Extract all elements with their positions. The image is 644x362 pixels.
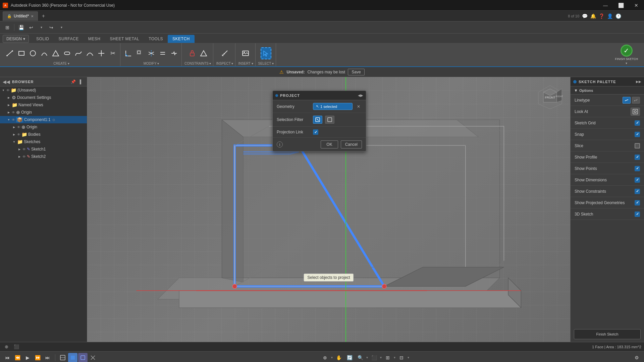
tree-item-named-views[interactable]: ▶ 📁 Named Views — [0, 101, 87, 109]
fit-button[interactable]: ⬛ — [369, 353, 379, 362]
tree-item-sketches[interactable]: ▼ 📁 Sketches — [0, 138, 87, 145]
visibility-icon[interactable]: 👁 — [17, 133, 20, 136]
rectangle-tool-button[interactable] — [16, 47, 27, 59]
filter-faces-button[interactable] — [313, 116, 322, 124]
equal-tool-button[interactable] — [157, 47, 168, 59]
3d-sketch-checkbox[interactable] — [635, 212, 640, 217]
play-beginning-button[interactable]: ⏮ — [3, 353, 12, 362]
clear-selection-button[interactable]: ✕ — [355, 103, 362, 110]
snap-checkbox[interactable] — [635, 132, 640, 137]
user-icon[interactable]: 👤 — [607, 13, 613, 19]
tab-tools[interactable]: TOOLS — [144, 35, 168, 43]
tree-item-doc-settings[interactable]: ▶ ⚙ Document Settings — [0, 94, 87, 101]
orbit-button[interactable]: 🔄 — [345, 353, 354, 362]
tree-item-bodies[interactable]: ▶ 👁 📁 Bodies — [0, 131, 87, 138]
save-button[interactable]: 💾 — [16, 23, 26, 32]
finish-sketch-palette-button[interactable]: Finish Sketch — [574, 329, 641, 339]
maximize-button[interactable]: ⬜ — [613, 0, 629, 11]
select-button[interactable] — [261, 47, 271, 59]
mirror-tool-button[interactable] — [146, 47, 157, 59]
cancel-button[interactable]: Cancel — [341, 140, 362, 148]
view-options-button[interactable]: ⊟ — [397, 353, 406, 362]
ok-button[interactable]: OK — [321, 140, 338, 148]
visibility-icon[interactable]: 👁 — [12, 111, 15, 114]
clock-icon[interactable]: 🕐 — [615, 13, 621, 19]
triangle-constraint-button[interactable] — [198, 47, 209, 59]
finish-sketch-ribbon-button[interactable]: ✓ FINISH SKETCH ▾ — [611, 43, 641, 66]
polygon-tool-button[interactable] — [50, 47, 61, 59]
lock-constraint-button[interactable] — [187, 47, 198, 59]
tree-item-sketch2[interactable]: ▶ 👁 ✎ Sketch2 — [0, 153, 87, 160]
tree-item-origin-root[interactable]: ▶ 👁 ⊕ Origin — [0, 109, 87, 116]
viewport[interactable]: Select objects to project PROJECT ◀▶ Geo… — [87, 77, 570, 342]
tree-item-unsaved[interactable]: ▼ 👁 📁 (Unsaved) — [0, 86, 87, 94]
visibility-icon[interactable]: 👁 — [6, 88, 10, 92]
browser-pin-button[interactable]: 📌 — [70, 79, 76, 85]
design-dropdown-button[interactable]: DESIGN ▾ — [3, 35, 29, 43]
save-button[interactable]: Save — [348, 69, 364, 75]
grid-display-button[interactable]: ⊞ — [383, 353, 392, 362]
redo-button[interactable]: ↪ — [47, 23, 56, 32]
projection-link-checkbox[interactable] — [313, 129, 318, 135]
step-forward-button[interactable]: ⏩ — [33, 353, 42, 362]
undo-button[interactable]: ↩ — [26, 23, 36, 32]
help-icon[interactable]: ❓ — [599, 13, 604, 19]
chat-icon[interactable]: 💬 — [582, 13, 588, 19]
browser-collapse-button[interactable]: ▌ — [78, 79, 84, 85]
trim-tool-button[interactable]: ✂ — [107, 47, 118, 59]
conic-tool-button[interactable] — [85, 47, 95, 59]
visibility-icon[interactable]: 👁 — [22, 147, 26, 151]
tab-solid[interactable]: SOLID — [32, 35, 54, 43]
wireframe-display-button[interactable] — [78, 353, 88, 362]
pan-button[interactable]: ✋ — [334, 353, 343, 362]
show-profile-checkbox[interactable] — [635, 155, 640, 160]
cursor-mode-button[interactable]: ⊕ — [3, 343, 10, 351]
offset-tool-button[interactable] — [135, 47, 145, 59]
visibility-icon[interactable]: 👁 — [17, 125, 20, 129]
circle-tool-button[interactable] — [28, 47, 38, 59]
look-at-button[interactable] — [631, 108, 640, 116]
show-constraints-checkbox[interactable] — [635, 189, 640, 194]
palette-collapse-button[interactable]: ▶▶ — [636, 80, 641, 83]
tree-item-origin-child[interactable]: ▶ 👁 ⊕ Origin — [0, 123, 87, 131]
step-back-button[interactable]: ⏪ — [13, 353, 22, 362]
tab-sheet-metal[interactable]: SHEET METAL — [105, 35, 144, 43]
play-end-button[interactable]: ⏭ — [43, 353, 52, 362]
slice-checkbox[interactable] — [635, 143, 640, 148]
measure-button[interactable] — [219, 47, 230, 59]
navigation-cube[interactable]: FRONT RIGHT — [537, 84, 564, 111]
close-button[interactable]: ✕ — [629, 0, 644, 11]
tree-item-sketch1[interactable]: ▶ 👁 ✎ Sketch1 — [0, 145, 87, 153]
tree-item-component[interactable]: ▼ 👁 📦 Component1:1 ⊙ — [0, 116, 87, 123]
sketch-display-button[interactable] — [58, 353, 67, 362]
image-insert-button[interactable] — [240, 47, 251, 59]
visibility-icon[interactable]: 👁 — [12, 118, 15, 122]
tab-mesh[interactable]: MESH — [84, 35, 105, 43]
linetype-construction-button[interactable] — [632, 97, 640, 104]
info-button[interactable]: ℹ — [277, 141, 283, 147]
new-tab-button[interactable]: + — [39, 12, 47, 20]
undo-arrow-button[interactable]: ▾ — [37, 23, 46, 32]
sketch-grid-checkbox[interactable] — [635, 120, 640, 126]
geometry-select-button[interactable]: ↖ 1 selected — [313, 103, 353, 110]
redo-arrow-button[interactable]: ▾ — [57, 23, 66, 32]
hidden-display-button[interactable] — [88, 353, 98, 362]
tab-sketch[interactable]: SKETCH — [168, 35, 195, 43]
browser-back-icon[interactable]: ◀◀ — [3, 79, 10, 84]
show-points-checkbox[interactable] — [635, 166, 640, 171]
notification-icon[interactable]: 🔔 — [590, 13, 596, 19]
document-tab[interactable]: 🔒 Untitled* ✕ — [3, 11, 38, 21]
visibility-icon[interactable]: 👁 — [22, 155, 26, 159]
tab-surface[interactable]: SURFACE — [54, 35, 84, 43]
more-create-button[interactable] — [96, 47, 107, 59]
grid-menu-button[interactable]: ⊞ — [3, 23, 12, 32]
spline-tool-button[interactable] — [73, 47, 84, 59]
minimize-button[interactable]: — — [598, 0, 613, 11]
arc-tool-button[interactable] — [39, 47, 50, 59]
display-mode-button[interactable]: ⬛ — [13, 343, 20, 351]
dialog-expand-button[interactable]: ◀▶ — [358, 94, 363, 97]
canvas-area[interactable]: Select objects to project PROJECT ◀▶ Geo… — [87, 77, 570, 342]
pan-orbit-button[interactable]: ⊕ — [320, 353, 330, 362]
line-tool-button[interactable] — [5, 47, 15, 59]
slot-tool-button[interactable] — [62, 47, 72, 59]
